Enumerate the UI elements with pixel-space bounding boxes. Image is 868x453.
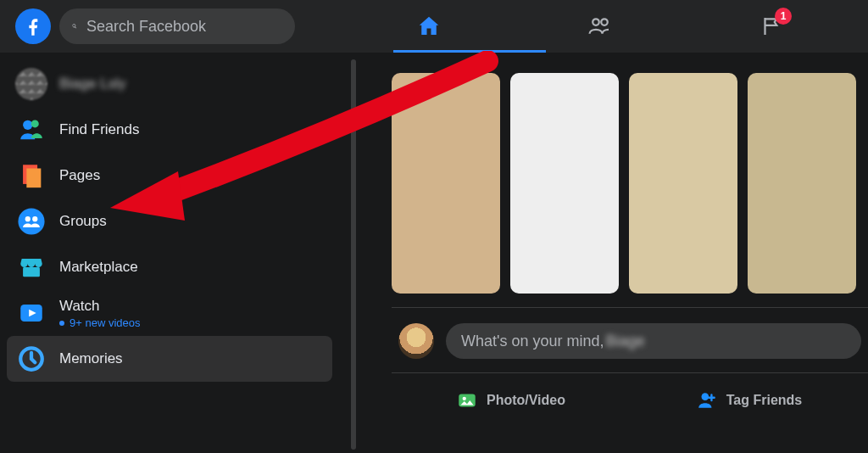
story-card[interactable] bbox=[510, 73, 619, 294]
main-feed: What's on your mind, Biage Photo/Video T… bbox=[364, 53, 868, 453]
sidebar-item-label: Marketplace bbox=[59, 259, 138, 276]
center-nav: 1 bbox=[390, 0, 810, 53]
facebook-logo[interactable] bbox=[15, 8, 51, 44]
nav-pages[interactable]: 1 bbox=[732, 3, 810, 50]
svg-point-4 bbox=[18, 208, 44, 234]
tag-friends-icon bbox=[696, 389, 718, 411]
svg-rect-3 bbox=[26, 169, 41, 188]
friends-icon bbox=[15, 114, 47, 146]
stories-tray[interactable] bbox=[392, 73, 868, 295]
composer-action-label: Photo/Video bbox=[487, 393, 565, 408]
home-icon bbox=[416, 14, 442, 39]
photo-video-icon bbox=[456, 389, 478, 411]
composer-action-label: Tag Friends bbox=[726, 393, 803, 408]
sidebar-item-groups[interactable]: Groups bbox=[7, 199, 332, 244]
composer-placeholder-prefix: What's on your mind, bbox=[461, 333, 604, 350]
nav-home[interactable] bbox=[390, 3, 468, 50]
sidebar-item-label: Pages bbox=[59, 167, 100, 184]
pages-icon bbox=[15, 159, 47, 192]
search-icon bbox=[71, 19, 78, 34]
nav-friends[interactable] bbox=[561, 3, 639, 50]
sidebar-item-sublabel: 9+ new videos bbox=[59, 316, 140, 329]
sidebar-item-marketplace[interactable]: Marketplace bbox=[7, 244, 332, 290]
svg-point-5 bbox=[25, 216, 31, 221]
sidebar-item-label: Watch bbox=[59, 298, 100, 314]
sidebar-item-profile[interactable]: Biage Lsly bbox=[7, 61, 332, 107]
left-sidebar: Biage Lsly Find Friends Pages Groups Mar… bbox=[0, 53, 339, 453]
composer-photo-video[interactable]: Photo/Video bbox=[392, 382, 630, 419]
svg-rect-7 bbox=[23, 267, 40, 277]
sidebar-item-label: Groups bbox=[59, 213, 107, 230]
user-name: Biage Lsly bbox=[59, 76, 125, 92]
story-card[interactable] bbox=[392, 73, 500, 294]
search-input[interactable] bbox=[86, 18, 283, 36]
groups-icon bbox=[15, 205, 47, 238]
story-card[interactable] bbox=[629, 73, 737, 294]
svg-point-1 bbox=[31, 120, 39, 127]
sidebar-item-pages[interactable]: Pages bbox=[7, 153, 332, 199]
composer-actions: Photo/Video Tag Friends bbox=[392, 373, 868, 419]
post-composer: What's on your mind, Biage Photo/Video T… bbox=[392, 307, 868, 419]
sidebar-item-content: Watch 9+ new videos bbox=[59, 298, 140, 329]
svg-point-0 bbox=[23, 120, 32, 130]
composer-input[interactable]: What's on your mind, Biage bbox=[446, 323, 861, 359]
composer-placeholder-name: Biage bbox=[606, 333, 645, 350]
watch-icon bbox=[15, 297, 47, 329]
sidebar-item-watch[interactable]: Watch 9+ new videos bbox=[7, 290, 332, 336]
friends-icon bbox=[587, 14, 613, 39]
composer-avatar[interactable] bbox=[398, 323, 434, 359]
marketplace-icon bbox=[15, 251, 47, 283]
svg-point-11 bbox=[463, 397, 466, 400]
search-field[interactable] bbox=[59, 8, 295, 44]
sidebar-item-label: Find Friends bbox=[59, 121, 139, 138]
memories-icon bbox=[15, 343, 47, 375]
sidebar-item-memories[interactable]: Memories bbox=[7, 336, 332, 382]
sidebar-scrollbar[interactable] bbox=[351, 59, 356, 450]
active-tab-underline bbox=[393, 50, 546, 53]
top-bar: 1 bbox=[0, 0, 868, 53]
user-avatar bbox=[15, 68, 47, 100]
sidebar-item-find-friends[interactable]: Find Friends bbox=[7, 107, 332, 153]
sidebar-item-label: Memories bbox=[59, 350, 123, 367]
svg-point-12 bbox=[701, 393, 709, 400]
svg-point-6 bbox=[32, 216, 37, 221]
composer-tag-friends[interactable]: Tag Friends bbox=[630, 382, 868, 419]
story-card[interactable] bbox=[748, 73, 856, 294]
nav-pages-badge: 1 bbox=[775, 8, 792, 25]
